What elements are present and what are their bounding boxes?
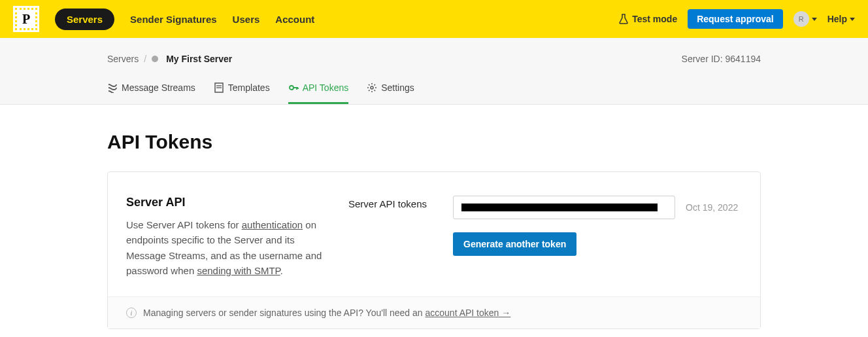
svg-point-3 xyxy=(290,86,293,90)
nav-sender-signatures[interactable]: Sender Signatures xyxy=(130,9,217,30)
generate-token-button[interactable]: Generate another token xyxy=(453,232,576,256)
svg-point-4 xyxy=(371,86,373,89)
token-row: Oct 19, 2022 xyxy=(453,196,742,219)
nav-right: Test mode Request approval R Help xyxy=(619,9,855,29)
user-menu[interactable]: R xyxy=(793,11,817,27)
tab-message-streams[interactable]: Message Streams xyxy=(107,76,195,104)
subheader: Servers / My First Server Server ID: 964… xyxy=(0,38,868,105)
breadcrumb-row: Servers / My First Server Server ID: 964… xyxy=(107,38,761,76)
footer-note-text: Managing servers or sender signatures us… xyxy=(143,308,426,318)
brand-logo[interactable]: P xyxy=(13,6,39,32)
card-footer: i Managing servers or sender signatures … xyxy=(108,296,760,328)
page-title: API Tokens xyxy=(107,131,761,153)
topbar: P Servers Sender Signatures Users Accoun… xyxy=(0,0,868,38)
tab-label: Templates xyxy=(228,82,270,93)
tab-api-tokens[interactable]: API Tokens xyxy=(288,76,349,104)
caret-down-icon xyxy=(850,18,855,21)
tab-templates[interactable]: Templates xyxy=(214,76,270,104)
smtp-link[interactable]: sending with SMTP xyxy=(197,265,280,276)
breadcrumb: Servers / My First Server xyxy=(107,54,232,64)
tab-label: Settings xyxy=(381,82,414,93)
help-menu[interactable]: Help xyxy=(827,14,855,24)
request-approval-button[interactable]: Request approval xyxy=(688,9,782,29)
server-tabs: Message Streams Templates API Tokens Set… xyxy=(107,76,761,104)
server-id-label: Server ID: xyxy=(682,54,723,64)
desc-prefix: Use Server API tokens for xyxy=(126,219,242,230)
templates-icon xyxy=(214,82,224,93)
caret-down-icon xyxy=(812,18,817,21)
server-id: Server ID: 9641194 xyxy=(682,54,761,64)
authentication-link[interactable]: authentication xyxy=(242,219,303,230)
avatar: R xyxy=(793,11,809,27)
token-date: Oct 19, 2022 xyxy=(686,202,738,213)
gear-icon xyxy=(367,82,377,93)
token-value-box[interactable] xyxy=(453,196,675,219)
card-body: Server API Use Server API tokens for aut… xyxy=(108,172,760,296)
nav-left: Servers Sender Signatures Users Account xyxy=(55,9,314,30)
test-mode[interactable]: Test mode xyxy=(619,14,677,24)
tab-settings[interactable]: Settings xyxy=(367,76,414,104)
help-label: Help xyxy=(827,14,847,24)
account-api-token-link[interactable]: account API token → xyxy=(426,308,511,318)
breadcrumb-root[interactable]: Servers xyxy=(107,54,139,64)
server-api-card: Server API Use Server API tokens for aut… xyxy=(107,171,761,329)
server-api-description: Server API Use Server API tokens for aut… xyxy=(126,196,322,278)
server-api-desc: Use Server API tokens for authentication… xyxy=(126,217,322,278)
flask-icon xyxy=(619,14,628,24)
token-redacted xyxy=(461,204,658,211)
nav-users[interactable]: Users xyxy=(233,9,260,30)
nav-servers[interactable]: Servers xyxy=(55,9,114,30)
main: API Tokens Server API Use Server API tok… xyxy=(0,105,868,337)
footer-note: Managing servers or sender signatures us… xyxy=(143,308,510,318)
tab-label: Message Streams xyxy=(122,82,195,93)
server-api-heading: Server API xyxy=(126,196,322,209)
server-color-dot xyxy=(152,56,158,62)
token-controls: Oct 19, 2022 Generate another token xyxy=(453,196,742,278)
info-icon: i xyxy=(126,308,137,318)
brand-logo-letter: P xyxy=(22,12,30,27)
nav-account[interactable]: Account xyxy=(275,9,314,30)
desc-suffix: . xyxy=(280,265,283,276)
server-api-tokens-label: Server API tokens xyxy=(348,196,427,278)
breadcrumb-current: My First Server xyxy=(166,54,232,64)
test-mode-label: Test mode xyxy=(632,14,677,24)
streams-icon xyxy=(107,82,118,93)
server-id-value: 9641194 xyxy=(725,54,761,64)
key-icon xyxy=(288,82,299,93)
breadcrumb-sep: / xyxy=(144,54,146,64)
tab-label: API Tokens xyxy=(303,82,349,93)
